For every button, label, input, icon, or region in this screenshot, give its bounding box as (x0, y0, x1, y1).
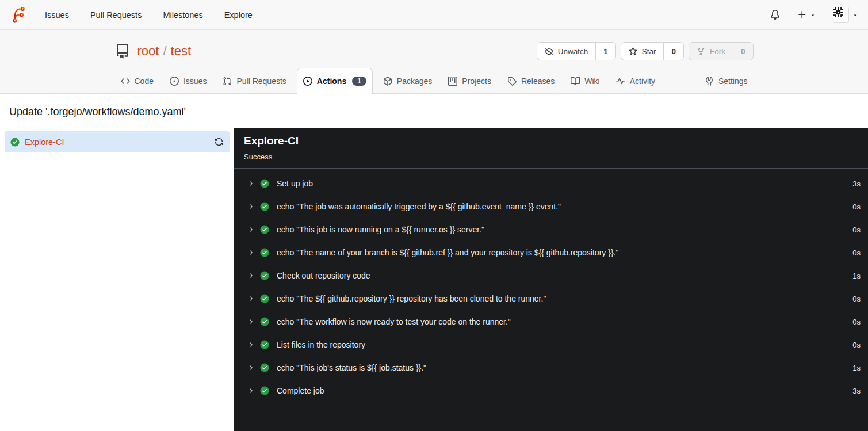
issue-icon (170, 77, 179, 86)
identicon-avatar (833, 7, 843, 17)
user-menu-button[interactable] (833, 7, 858, 23)
nav-link-issues[interactable]: Issues (45, 10, 69, 20)
tab-count-badge: 1 (352, 77, 366, 86)
book-icon (571, 77, 580, 86)
step-name: echo "The job was automatically triggere… (277, 202, 846, 211)
repo-owner-link[interactable]: root (137, 44, 159, 59)
tab-label: Packages (397, 77, 432, 86)
step-duration: 0s (846, 249, 861, 257)
tab-wiki[interactable]: Wiki (565, 68, 605, 94)
check-circle-icon (260, 340, 269, 349)
tools-icon (705, 77, 714, 86)
step-duration: 0s (846, 203, 861, 211)
step-name: echo "This job's status is ${{ job.statu… (277, 363, 846, 372)
triangle-down-icon (852, 12, 858, 18)
tab-activity[interactable]: Activity (610, 68, 661, 94)
repo-icon (115, 44, 130, 59)
step-row[interactable]: Check out repository code1s (234, 264, 868, 287)
step-row[interactable]: List files in the repository0s (234, 333, 868, 356)
refresh-job-button[interactable] (215, 138, 223, 146)
chevron-right-icon (247, 272, 254, 279)
star-label: Star (642, 47, 656, 56)
step-name: echo "The workflow is now ready to test … (277, 317, 846, 326)
step-row[interactable]: echo "The job was automatically triggere… (234, 195, 868, 218)
step-duration: 0s (846, 318, 861, 326)
run-layout: Explore-CI Explore-CI Success Set up job… (0, 128, 868, 431)
step-name: echo "The ${{ github.repository }} repos… (277, 294, 846, 303)
step-duration: 3s (846, 180, 861, 188)
step-row[interactable]: echo "This job's status is ${{ job.statu… (234, 356, 868, 379)
step-duration: 3s (846, 387, 861, 395)
tab-label: Activity (630, 77, 655, 86)
tag-icon (507, 77, 517, 86)
project-icon (448, 77, 457, 86)
step-row[interactable]: Set up job3s (234, 172, 868, 195)
console-job-status: Success (244, 152, 858, 162)
avatar (833, 7, 849, 23)
nav-link-milestones[interactable]: Milestones (163, 10, 202, 20)
unwatch-label: Unwatch (558, 47, 588, 56)
pull-request-icon (223, 77, 232, 86)
repo-action-unwatch: Unwatch1 (537, 42, 616, 60)
code-icon (121, 77, 130, 86)
tab-pull-requests[interactable]: Pull Requests (217, 68, 292, 94)
tab-label: Issues (183, 77, 207, 86)
chevron-right-icon (247, 364, 254, 371)
star-count[interactable]: 0 (664, 43, 683, 60)
job-label: Explore-CI (25, 138, 64, 147)
fork-button: Fork (689, 43, 733, 60)
forgejo-logo[interactable] (10, 6, 28, 24)
tab-projects[interactable]: Projects (442, 68, 497, 94)
step-row[interactable]: echo "The ${{ github.repository }} repos… (234, 287, 868, 310)
sync-icon (215, 138, 223, 146)
tab-actions[interactable]: Actions1 (297, 68, 373, 94)
create-new-button[interactable] (797, 10, 816, 20)
tab-code[interactable]: Code (115, 68, 159, 94)
tab-packages[interactable]: Packages (377, 68, 438, 94)
step-row[interactable]: echo "The name of your branch is ${{ git… (234, 241, 868, 264)
steps-list: Set up job3secho "The job was automatica… (234, 169, 868, 431)
check-circle-icon (260, 225, 269, 234)
check-circle-icon (260, 386, 269, 395)
navbar-links: IssuesPull RequestsMilestonesExplore (45, 10, 274, 20)
chevron-right-icon (247, 203, 254, 210)
fork-count[interactable]: 0 (733, 43, 753, 60)
step-row[interactable]: echo "The workflow is now ready to test … (234, 310, 868, 333)
chevron-right-icon (247, 295, 254, 302)
play-circle-icon (303, 77, 312, 86)
chevron-right-icon (247, 318, 254, 325)
bell-icon (770, 10, 780, 20)
step-duration: 1s (846, 364, 861, 372)
nav-link-explore[interactable]: Explore (224, 10, 253, 20)
step-row[interactable]: echo "This job is now running on a ${{ r… (234, 218, 868, 241)
tab-releases[interactable]: Releases (502, 68, 560, 94)
check-circle-icon (260, 202, 269, 211)
unwatch-button[interactable]: Unwatch (537, 43, 596, 60)
console-header: Explore-CI Success (234, 128, 868, 169)
repo-header: root / test Unwatch1Star0Fork0 CodeIssue… (0, 30, 868, 94)
tab-label: Settings (718, 77, 748, 86)
tab-issues[interactable]: Issues (164, 68, 212, 94)
repo-icon (115, 44, 130, 59)
tab-label: Pull Requests (236, 77, 286, 86)
chevron-right-icon (247, 387, 254, 394)
tab-settings[interactable]: Settings (699, 68, 754, 94)
package-icon (383, 77, 392, 86)
check-circle-icon (260, 317, 269, 326)
repo-action-buttons: Unwatch1Star0Fork0 (537, 42, 754, 60)
step-duration: 0s (846, 295, 861, 303)
star-button[interactable]: Star (621, 43, 664, 60)
plus-icon (797, 10, 807, 20)
job-item-explore-ci[interactable]: Explore-CI (5, 131, 230, 152)
chevron-right-icon (247, 249, 254, 256)
unwatch-count[interactable]: 1 (596, 43, 615, 60)
step-row[interactable]: Complete job3s (234, 379, 868, 402)
breadcrumb-separator: / (163, 44, 166, 59)
nav-link-pull-requests[interactable]: Pull Requests (90, 10, 142, 20)
notifications-button[interactable] (770, 10, 780, 20)
chevron-right-icon (247, 226, 254, 233)
step-name: Set up job (277, 179, 846, 188)
repo-name-link[interactable]: test (171, 44, 191, 59)
check-circle-icon (260, 294, 269, 303)
check-circle-icon (10, 138, 20, 147)
